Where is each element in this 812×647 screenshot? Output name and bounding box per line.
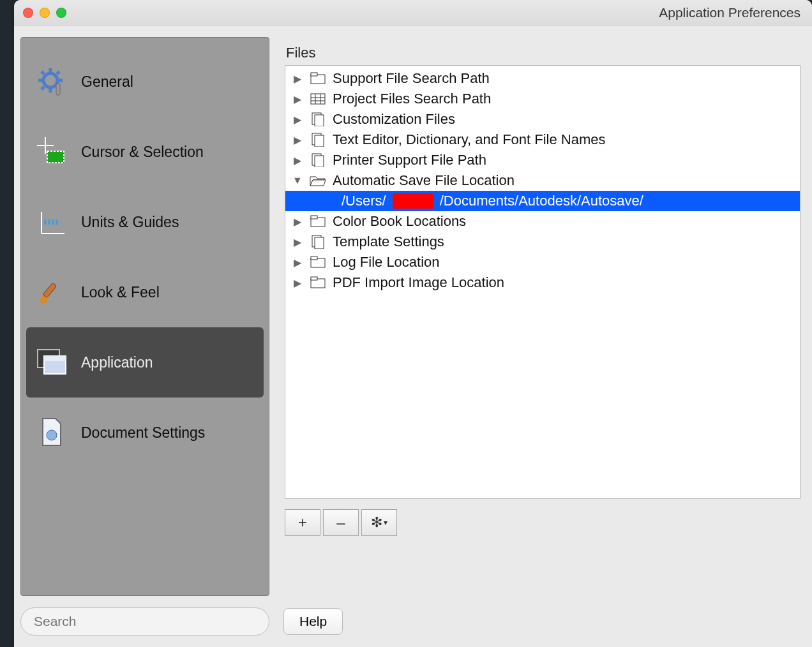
titlebar: Application Preferences — [14, 0, 812, 26]
sidebar-item-units-guides[interactable]: Units & Guides — [26, 187, 264, 257]
help-button[interactable]: Help — [283, 608, 343, 635]
tree-node-label: Support File Search Path — [333, 70, 490, 87]
tree-node-label: PDF Import Image Location — [333, 274, 504, 291]
folder-icon — [310, 255, 326, 269]
zoom-window-button[interactable] — [56, 8, 66, 18]
svg-point-23 — [47, 430, 57, 440]
background-app-strip — [0, 0, 14, 647]
files-section-label: Files — [286, 45, 801, 61]
folder-icon — [310, 276, 326, 290]
svg-rect-40 — [315, 237, 324, 249]
svg-point-0 — [43, 73, 57, 87]
application-windows-icon — [35, 346, 68, 379]
svg-rect-44 — [311, 277, 317, 280]
gear-icon — [35, 65, 68, 98]
tree-node-text-editor-dictionary-fonts[interactable]: ▶ Text Editor, Dictionary, and Font File… — [285, 130, 800, 150]
tree-node-label: Project Files Search Path — [333, 91, 491, 107]
folder-open-icon — [310, 174, 326, 188]
tree-node-printer-support-file-path[interactable]: ▶ Printer Support File Path — [285, 150, 800, 170]
minimize-window-button[interactable] — [40, 8, 50, 18]
brush-icon — [35, 276, 68, 309]
content-area: General Cursor & Selection — [14, 26, 812, 607]
sidebar: General Cursor & Selection — [20, 37, 269, 596]
tree-node-label: Text Editor, Dictionary, and Font File N… — [333, 131, 606, 148]
svg-rect-38 — [311, 216, 317, 219]
bottom-bar: Help — [14, 607, 812, 647]
document-icon — [35, 416, 68, 449]
sidebar-item-document-settings[interactable]: Document Settings — [26, 398, 264, 468]
cursor-selection-icon — [35, 135, 68, 168]
svg-rect-22 — [44, 356, 66, 361]
minus-icon: – — [336, 514, 345, 532]
disclosure-down-icon[interactable]: ▼ — [292, 175, 303, 186]
tree-node-automatic-save-file-location[interactable]: ▼ Automatic Save File Location — [285, 170, 800, 191]
disclosure-right-icon[interactable]: ▶ — [292, 257, 303, 269]
tree-node-log-file-location[interactable]: ▶ Log File Location — [285, 252, 800, 272]
tree-node-label: Printer Support File Path — [333, 152, 486, 168]
plus-icon: + — [298, 514, 307, 532]
path-suffix: /Documents/Autodesk/Autosave/ — [440, 193, 643, 209]
disclosure-right-icon[interactable]: ▶ — [292, 236, 303, 248]
svg-line-7 — [41, 87, 44, 89]
svg-rect-32 — [315, 115, 324, 126]
tree-node-template-settings[interactable]: ▶ Template Settings — [285, 232, 800, 252]
disclosure-right-icon[interactable]: ▶ — [292, 114, 303, 126]
sidebar-item-label: Cursor & Selection — [81, 144, 204, 161]
documents-icon — [310, 133, 326, 147]
window-controls — [23, 8, 66, 18]
svg-rect-36 — [315, 156, 324, 167]
sidebar-item-look-feel[interactable]: Look & Feel — [26, 257, 264, 327]
redacted-username — [393, 193, 433, 209]
tree-node-support-file-search-path[interactable]: ▶ Support File Search Path — [285, 68, 800, 89]
add-button[interactable]: + — [285, 509, 320, 536]
documents-icon — [310, 235, 326, 249]
svg-rect-12 — [47, 151, 64, 163]
tree-node-customization-files[interactable]: ▶ Customization Files — [285, 109, 800, 130]
close-window-button[interactable] — [23, 8, 33, 18]
disclosure-right-icon[interactable]: ▶ — [292, 134, 303, 146]
svg-line-8 — [57, 71, 59, 74]
axes-icon — [35, 205, 68, 239]
sidebar-item-label: Look & Feel — [81, 284, 160, 301]
sidebar-item-label: Application — [81, 354, 153, 371]
preferences-window: Application Preferences — [14, 0, 812, 647]
files-tree[interactable]: ▶ Support File Search Path ▶ Project Fil… — [285, 65, 801, 499]
folder-icon — [310, 71, 326, 86]
disclosure-right-icon[interactable]: ▶ — [292, 154, 303, 167]
sidebar-item-label: Units & Guides — [81, 214, 179, 231]
folder-icon — [310, 214, 326, 228]
sidebar-item-label: General — [81, 73, 133, 91]
gear-small-icon: ✻ — [371, 514, 382, 531]
sidebar-item-label: Document Settings — [81, 424, 205, 442]
settings-dropdown-button[interactable]: ✻ ▾ — [361, 509, 397, 536]
svg-rect-34 — [315, 135, 324, 147]
tree-action-buttons: + – ✻ ▾ — [285, 509, 801, 536]
tree-node-project-files-search-path[interactable]: ▶ Project Files Search Path — [285, 89, 800, 109]
tree-node-label: Log File Location — [333, 254, 440, 271]
sidebar-item-application[interactable]: Application — [26, 327, 264, 398]
documents-icon — [310, 153, 326, 167]
tree-node-label: Automatic Save File Location — [333, 172, 515, 189]
tree-node-pdf-import-image-location[interactable]: ▶ PDF Import Image Location — [285, 272, 800, 293]
remove-button[interactable]: – — [323, 509, 359, 536]
tree-node-label: Color Book Locations — [333, 213, 466, 230]
tree-node-label: Template Settings — [333, 234, 444, 250]
svg-rect-19 — [43, 283, 57, 298]
path-prefix: /Users/ — [342, 193, 386, 209]
disclosure-right-icon[interactable]: ▶ — [292, 277, 303, 289]
sidebar-item-general[interactable]: General — [26, 47, 264, 117]
help-button-label: Help — [299, 614, 327, 628]
grid-folder-icon — [310, 92, 326, 106]
tree-child-autosave-path[interactable]: /Users//Documents/Autodesk/Autosave/ — [285, 191, 800, 211]
disclosure-right-icon[interactable]: ▶ — [292, 73, 303, 85]
window-title: Application Preferences — [659, 5, 803, 20]
search-input[interactable] — [20, 607, 269, 636]
svg-rect-9 — [56, 84, 60, 95]
dropdown-caret-icon: ▾ — [384, 518, 387, 527]
sidebar-item-cursor-selection[interactable]: Cursor & Selection — [26, 117, 264, 187]
disclosure-right-icon[interactable]: ▶ — [292, 216, 303, 228]
right-panel: Files ▶ Support File Search Path ▶ Proje… — [285, 37, 801, 596]
tree-node-color-book-locations[interactable]: ▶ Color Book Locations — [285, 211, 800, 232]
disclosure-right-icon[interactable]: ▶ — [292, 93, 303, 105]
svg-line-5 — [41, 71, 44, 74]
